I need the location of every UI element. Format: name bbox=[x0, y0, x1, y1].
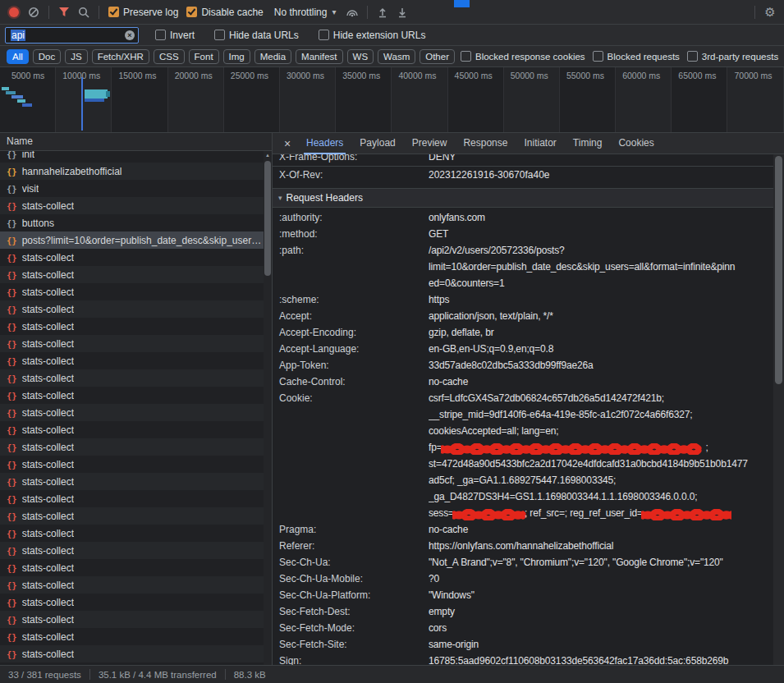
request-name: stats-collect bbox=[22, 424, 74, 436]
request-row[interactable]: {} stats-collect bbox=[0, 456, 272, 473]
header-value: https://onlyfans.com/hannahelizabethoffi… bbox=[429, 538, 773, 554]
invert-checkbox[interactable]: Invert bbox=[152, 30, 198, 41]
request-row[interactable]: {} stats-collect bbox=[0, 369, 272, 387]
request-row[interactable]: {} stats-collect bbox=[0, 300, 272, 318]
blocked-requests-checkbox[interactable]: Blocked requests bbox=[591, 51, 681, 62]
request-headers-section[interactable]: ▾ Request Headers bbox=[273, 188, 773, 208]
filter-chip-other[interactable]: Other bbox=[420, 49, 455, 64]
request-row[interactable]: {} stats-collect bbox=[0, 525, 272, 542]
request-row[interactable]: {} stats-collect bbox=[0, 387, 272, 404]
header-value: /api2/v2/users/20572336/posts?limit=10&o… bbox=[429, 242, 773, 291]
settings-gear-icon[interactable]: ⚙ bbox=[761, 4, 779, 21]
close-details-icon[interactable]: × bbox=[279, 137, 296, 150]
header-row: :authority:onlyfans.com bbox=[273, 209, 773, 226]
filter-chip-js[interactable]: JS bbox=[65, 49, 87, 64]
filter-chip-font[interactable]: Font bbox=[189, 49, 219, 64]
request-row[interactable]: {} stats-collect bbox=[0, 318, 272, 335]
filter-toggle-button[interactable] bbox=[55, 4, 73, 21]
request-row[interactable]: {} stats-collect bbox=[0, 266, 272, 283]
request-row[interactable]: {} init bbox=[0, 151, 272, 163]
request-row[interactable]: {} stats-collect bbox=[0, 335, 272, 352]
filter-chip-ws[interactable]: WS bbox=[347, 49, 374, 64]
filter-chip-media[interactable]: Media bbox=[254, 49, 291, 64]
request-row[interactable]: {} stats-collect bbox=[0, 628, 272, 645]
request-row[interactable]: {} stats-collect bbox=[0, 507, 272, 525]
request-row[interactable]: {} stats-collect bbox=[0, 645, 272, 662]
blocked-response-cookies-checkbox[interactable]: Blocked response cookies bbox=[459, 51, 587, 62]
request-row[interactable]: {} hannahelizabethofficial bbox=[0, 163, 272, 180]
throttling-select[interactable]: No throttling ▾ bbox=[268, 7, 342, 18]
filter-chip-all[interactable]: All bbox=[7, 49, 29, 64]
request-name: stats-collect bbox=[22, 631, 74, 643]
timeline-overview[interactable]: 5000 ms 10000 ms 15000 ms 20000 ms 25000… bbox=[0, 67, 784, 133]
hide-data-urls-checkbox[interactable]: Hide data URLs bbox=[211, 30, 302, 41]
filter-chip-css[interactable]: CSS bbox=[154, 49, 185, 64]
request-name: stats-collect bbox=[22, 355, 74, 367]
header-row: Sec-Fetch-Dest:empty bbox=[273, 603, 773, 620]
record-button[interactable] bbox=[5, 4, 23, 21]
script-icon: {} bbox=[7, 442, 17, 452]
script-icon: {} bbox=[7, 236, 17, 245]
request-row[interactable]: {} stats-collect bbox=[0, 662, 272, 665]
request-name: stats-collect bbox=[22, 545, 74, 557]
request-row[interactable]: {} stats-collect bbox=[0, 421, 272, 438]
tab-initiator[interactable]: Initiator bbox=[516, 133, 563, 154]
disable-cache-checkbox[interactable]: Disable cache bbox=[183, 7, 266, 18]
request-row[interactable]: {} stats-collect bbox=[0, 611, 272, 628]
request-row[interactable]: {} stats-collect bbox=[0, 249, 272, 266]
hide-extension-urls-checkbox[interactable]: Hide extension URLs bbox=[315, 30, 429, 41]
request-row[interactable]: {} stats-collect bbox=[0, 352, 272, 369]
filter-chip-wasm[interactable]: Wasm bbox=[378, 49, 415, 64]
clear-button[interactable] bbox=[25, 4, 43, 21]
timeline-activity-bar bbox=[2, 87, 9, 90]
header-name: :path: bbox=[273, 242, 429, 291]
tab-response[interactable]: Response bbox=[456, 133, 515, 154]
third-party-requests-checkbox[interactable]: 3rd-party requests bbox=[685, 51, 780, 62]
tab-timing[interactable]: Timing bbox=[566, 133, 610, 154]
script-icon: {} bbox=[7, 494, 17, 504]
request-row[interactable]: {} stats-collect bbox=[0, 490, 272, 507]
network-conditions-button[interactable] bbox=[343, 4, 361, 21]
request-row[interactable]: {} visit bbox=[0, 180, 272, 197]
search-button[interactable] bbox=[75, 4, 93, 21]
scrollbar-thumb[interactable] bbox=[264, 161, 271, 276]
request-row[interactable]: {} stats-collect bbox=[0, 594, 272, 611]
header-row: Sign:16785:5aad9602cf110608b03133de56364… bbox=[273, 653, 773, 665]
timeline-activity-bar bbox=[22, 103, 32, 107]
name-column-header[interactable]: Name bbox=[0, 133, 272, 151]
request-list-scrollbar[interactable]: ▲ bbox=[264, 151, 272, 665]
request-row[interactable]: {} posts?limit=10&order=publish_date_des… bbox=[0, 231, 272, 249]
request-name: stats-collect bbox=[22, 252, 74, 264]
request-row[interactable]: {} stats-collect bbox=[0, 559, 272, 576]
filter-chip-img[interactable]: Img bbox=[223, 49, 250, 64]
request-name: stats-collect bbox=[22, 304, 74, 315]
request-row[interactable]: {} stats-collect bbox=[0, 404, 272, 421]
request-row[interactable]: {} buttons bbox=[0, 214, 272, 231]
tab-preview[interactable]: Preview bbox=[405, 133, 455, 154]
tab-payload[interactable]: Payload bbox=[352, 133, 402, 154]
filter-chip-fetch-xhr[interactable]: Fetch/XHR bbox=[92, 49, 149, 64]
header-value: "Not_A Brand";v="8", "Chromium";v="120",… bbox=[429, 554, 773, 571]
export-har-button[interactable] bbox=[393, 4, 411, 21]
header-value: empty bbox=[429, 603, 773, 620]
request-row[interactable]: {} stats-collect bbox=[0, 473, 272, 490]
filter-chip-doc[interactable]: Doc bbox=[33, 49, 61, 64]
request-row[interactable]: {} stats-collect bbox=[0, 283, 272, 300]
filter-chip-manifest[interactable]: Manifest bbox=[296, 49, 342, 64]
details-scrollbar[interactable] bbox=[773, 154, 784, 665]
preserve-log-checkbox[interactable]: Preserve log bbox=[105, 7, 181, 18]
import-har-button[interactable] bbox=[374, 4, 392, 21]
tab-cookies[interactable]: Cookies bbox=[611, 133, 661, 154]
clear-filter-icon[interactable]: × bbox=[125, 30, 135, 40]
request-row[interactable]: {} stats-collect bbox=[0, 576, 272, 594]
scrollbar-up-icon[interactable]: ▲ bbox=[264, 151, 272, 159]
blocked-response-cookies-label: Blocked response cookies bbox=[475, 52, 585, 62]
request-row[interactable]: {} stats-collect bbox=[0, 197, 272, 214]
scrollbar-thumb[interactable] bbox=[775, 156, 782, 384]
filter-input[interactable]: api × bbox=[5, 27, 139, 44]
tab-headers[interactable]: Headers bbox=[299, 133, 351, 154]
request-row[interactable]: {} stats-collect bbox=[0, 438, 272, 456]
request-row[interactable]: {} stats-collect bbox=[0, 542, 272, 559]
header-row: :path:/api2/v2/users/20572336/posts?limi… bbox=[273, 242, 773, 291]
script-icon: {} bbox=[7, 615, 17, 625]
